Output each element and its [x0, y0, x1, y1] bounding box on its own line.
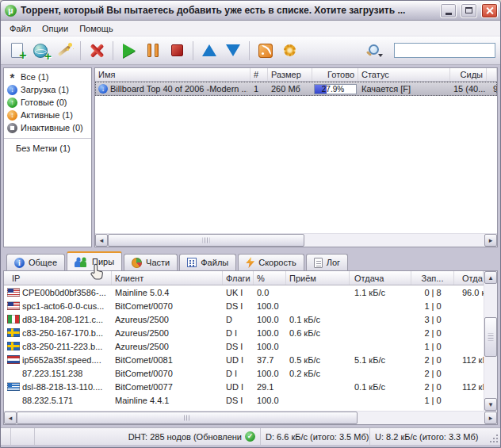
scroll-down-button[interactable]: ▾ [484, 398, 497, 411]
pause-button[interactable] [142, 40, 164, 62]
peers-panel: IP Клиент Флаги % Приём Отдача Зап... От… [3, 270, 498, 425]
close-icon [485, 6, 494, 15]
peer-row[interactable]: CPE00b0d0bf3586-... Mainline 5.0.4 UK I … [4, 285, 484, 299]
preferences-button[interactable] [278, 40, 300, 62]
column-header-extra[interactable] [487, 68, 497, 81]
scroll-up-button[interactable]: ▴ [484, 271, 497, 284]
resize-grip[interactable] [488, 428, 500, 445]
add-from-url-button[interactable] [29, 40, 52, 62]
scroll-right-button[interactable]: ▸ [484, 412, 497, 424]
maximize-button[interactable] [461, 3, 477, 18]
tab-speed[interactable]: Скорость [238, 254, 304, 270]
tab-label: Части [146, 258, 170, 267]
column-header-up[interactable]: Отдача [350, 271, 411, 285]
status-cell-empty [11, 428, 35, 445]
column-header-status[interactable]: Статус [358, 68, 450, 81]
start-button[interactable] [118, 40, 140, 62]
peer-row[interactable]: c83-250-167-170.b... Azureus/2500 D I 10… [4, 326, 484, 339]
scrollbar-thumb[interactable] [484, 317, 497, 357]
peers-header: IP Клиент Флаги % Приём Отдача Зап... От… [4, 271, 484, 285]
peer-row[interactable]: d83-184-208-121.c... Azureus/2500 D 100.… [4, 312, 484, 326]
tab-pieces[interactable]: Части [124, 254, 178, 270]
sidebar-item-completed[interactable]: Готовые (0) [4, 96, 91, 109]
maximize-icon [465, 7, 472, 13]
tab-files[interactable]: Файлы [179, 254, 236, 270]
scroll-left-button[interactable]: ◂ [95, 234, 108, 247]
peer-reqs: 0 | 8 [411, 288, 454, 297]
peers-hscrollbar[interactable]: ◂ ▸ [4, 411, 497, 424]
peer-up-speed: 5.1 кБ/с [350, 355, 411, 365]
peer-percent: 100.0 [254, 396, 286, 405]
scrollbar-track[interactable] [484, 284, 497, 317]
column-header-ip[interactable]: IP [4, 271, 112, 285]
move-up-button[interactable] [198, 40, 220, 62]
peer-up-speed: 0.1 кБ/с [350, 382, 411, 392]
peers-vscrollbar[interactable]: ▴ ▾ [484, 271, 497, 411]
completed-icon [7, 98, 17, 108]
minimize-button[interactable] [440, 3, 457, 18]
peer-row[interactable]: dsl-88-218-13-110.... BitComet/0077 UD I… [4, 380, 484, 393]
column-header-number[interactable]: # [250, 68, 268, 81]
column-header-flags[interactable]: Флаги [223, 271, 254, 285]
search-input[interactable] [394, 43, 495, 58]
torrent-peers: 9 [487, 84, 497, 94]
peer-row[interactable]: 87.223.151.238 BitComet/0070 D I 100.0 0… [4, 366, 484, 380]
tab-general[interactable]: i Общее [6, 254, 65, 270]
torrent-list-hscrollbar[interactable]: ◂ ▸ [95, 233, 497, 247]
scrollbar-track[interactable] [358, 412, 484, 424]
all-icon: * [7, 73, 17, 82]
menu-options[interactable]: Опции [36, 22, 74, 35]
scrollbar-track[interactable] [484, 357, 497, 398]
peer-row[interactable]: spc1-acto6-0-0-cus... BitComet/0070 DS I… [4, 299, 484, 312]
column-header-seeds[interactable]: Сиды [450, 68, 487, 81]
sidebar-item-all[interactable]: * Все (1) [4, 71, 91, 83]
close-button[interactable] [481, 3, 498, 18]
scrollbar-thumb[interactable] [108, 234, 304, 247]
column-header-client[interactable]: Клиент [112, 271, 223, 285]
downloading-icon [7, 85, 17, 95]
column-header-name[interactable]: Имя [95, 68, 250, 81]
sidebar-item-active[interactable]: Активные (1) [4, 109, 91, 121]
peer-percent: 100.0 [254, 369, 286, 378]
tab-log[interactable]: Лог [306, 254, 348, 270]
menu-file[interactable]: Файл [4, 22, 36, 35]
scroll-left-button[interactable]: ◂ [4, 412, 17, 424]
column-header-size[interactable]: Размер [268, 68, 312, 81]
create-torrent-button[interactable] [53, 40, 75, 62]
menu-help[interactable]: Помощь [74, 22, 119, 35]
tab-peers[interactable]: Пиры [67, 251, 122, 270]
stop-button[interactable] [166, 40, 188, 62]
sidebar-divider [4, 138, 91, 139]
peer-row[interactable]: ip5652a35f.speed.... BitComet/0081 UD I … [4, 353, 484, 366]
torrent-row[interactable]: Billboard Top 40 of 2006 -Modern ... 1 2… [95, 82, 497, 96]
torrent-list: Имя # Размер Готово Статус Сиды Billboar… [94, 67, 498, 247]
country-flag-icon [7, 355, 20, 364]
torrent-seeds: 15 (40... [450, 84, 487, 94]
add-from-url-icon [33, 44, 48, 58]
scrollbar-thumb[interactable] [17, 412, 358, 424]
peer-reqs: 2 | 0 [411, 328, 454, 338]
add-torrent-button[interactable] [6, 40, 28, 62]
app-window: µ Торрент, который Вы пытаетесь добавить… [0, 0, 501, 448]
remove-button[interactable] [86, 40, 108, 62]
column-header-done[interactable]: Готово [312, 68, 358, 81]
sidebar-item-no-label[interactable]: Без Метки (1) [4, 142, 91, 155]
peer-client: Azureus/2500 [112, 315, 223, 324]
column-header-percent[interactable]: % [254, 271, 286, 285]
scrollbar-track[interactable] [304, 234, 484, 247]
sidebar-item-downloading[interactable]: Загрузка (1) [4, 83, 91, 96]
move-down-button[interactable] [222, 40, 244, 62]
tab-label: Скорость [258, 258, 296, 267]
peer-row[interactable]: 88.232.5.171 Mainline 4.4.1 DS I 100.0 1… [4, 393, 484, 407]
pause-icon [147, 44, 159, 57]
search-menu-button[interactable] [361, 40, 388, 62]
column-header-reqs[interactable]: Зап... [411, 271, 454, 285]
scroll-right-button[interactable]: ▸ [484, 234, 497, 247]
country-flag-icon [7, 382, 20, 391]
column-header-uploaded[interactable]: Отдан [454, 271, 484, 285]
add-torrent-icon [11, 43, 23, 58]
sidebar-item-inactive[interactable]: Инактивные (0) [4, 121, 91, 134]
rss-button[interactable] [254, 40, 277, 62]
peer-row[interactable]: c83-250-211-223.b... Azureus/2500 DS I 1… [4, 339, 484, 353]
column-header-down[interactable]: Приём [286, 271, 350, 285]
